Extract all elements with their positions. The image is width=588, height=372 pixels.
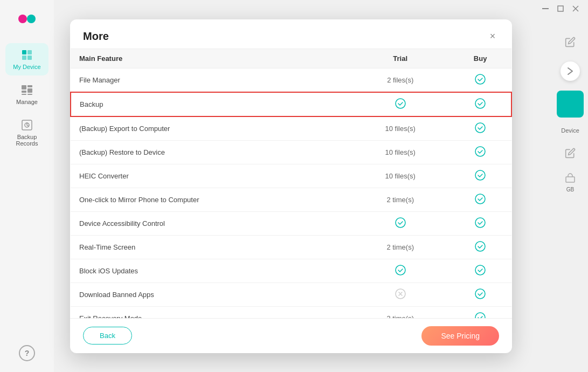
svg-rect-3 <box>27 85 32 87</box>
modal-header: More × <box>70 19 512 49</box>
svg-point-24 <box>475 242 485 251</box>
buy-check-icon <box>475 146 486 157</box>
features-table-wrapper[interactable]: Main Feature Trial Buy File Manager2 fil… <box>70 49 512 318</box>
backup-records-icon <box>20 119 33 132</box>
buy-check-icon <box>475 194 486 204</box>
buy-check-cell <box>449 140 511 164</box>
trial-check-icon <box>395 265 406 275</box>
svg-rect-5 <box>27 88 32 93</box>
buy-check-cell <box>449 211 511 235</box>
trial-value-cell <box>351 92 449 116</box>
svg-point-18 <box>475 123 485 133</box>
feature-name-cell: Block iOS Updates <box>71 259 351 283</box>
back-button[interactable]: Back <box>83 327 132 345</box>
svg-point-28 <box>475 289 485 299</box>
buy-check-cell <box>449 259 511 283</box>
see-pricing-button[interactable]: See Pricing <box>421 326 499 346</box>
trial-value-cell <box>351 259 449 283</box>
col-header-trial: Trial <box>351 49 449 68</box>
svg-point-29 <box>475 313 485 318</box>
buy-check-cell <box>449 188 511 211</box>
table-row: One-click to Mirror Phone to Computer2 t… <box>71 188 511 211</box>
buy-check-cell <box>449 116 511 141</box>
buy-check-icon <box>475 122 486 133</box>
feature-name-cell: (Backup) Export to Computer <box>71 116 351 141</box>
svg-rect-7 <box>27 94 32 95</box>
svg-point-16 <box>396 99 405 108</box>
buy-check-icon <box>475 241 486 252</box>
buy-check-cell <box>449 283 511 306</box>
modal-title: More <box>83 30 109 43</box>
feature-name-cell: Exit Recovery Mode <box>71 306 351 318</box>
svg-point-26 <box>475 265 485 275</box>
main-area: Device GB More × Mai <box>54 0 588 372</box>
table-row: Real-Time Screen2 time(s) <box>71 235 511 259</box>
buy-check-cell <box>449 92 511 116</box>
buy-check-icon <box>475 217 486 228</box>
sidebar-item-backup-records-label: Backup Records <box>8 134 46 147</box>
close-modal-button[interactable]: × <box>486 30 499 43</box>
svg-point-25 <box>396 265 405 275</box>
trial-value-cell: 2 files(s) <box>351 68 449 92</box>
sidebar-item-manage-label: Manage <box>16 99 38 105</box>
feature-name-cell: Device Accessibility Control <box>71 211 351 235</box>
svg-point-1 <box>27 15 36 23</box>
modal-dialog: More × Main Feature Trial Buy File Ma <box>70 19 512 353</box>
trial-check-icon <box>395 98 406 109</box>
trial-check-icon <box>395 217 406 228</box>
manage-icon <box>20 84 33 97</box>
trial-value-cell: 10 files(s) <box>351 140 449 164</box>
feature-name-cell: One-click to Mirror Phone to Computer <box>71 188 351 211</box>
buy-check-icon <box>475 288 486 299</box>
table-row: Device Accessibility Control <box>71 211 511 235</box>
help-button[interactable]: ? <box>19 345 35 361</box>
trial-value-cell: 10 files(s) <box>351 116 449 141</box>
table-row: (Backup) Restore to Device10 files(s) <box>71 140 511 164</box>
buy-check-icon <box>475 265 486 275</box>
table-row: Backup <box>71 92 511 116</box>
svg-point-0 <box>18 15 27 23</box>
buy-check-cell <box>449 68 511 92</box>
buy-check-icon <box>475 98 486 109</box>
trial-value-cell: 2 time(s) <box>351 235 449 259</box>
sidebar: My Device Manage Backup Records ? <box>0 0 54 372</box>
svg-point-23 <box>475 218 485 228</box>
features-table: Main Feature Trial Buy File Manager2 fil… <box>70 49 512 318</box>
svg-point-15 <box>475 74 485 84</box>
table-row: File Manager2 files(s) <box>71 68 511 92</box>
feature-name-cell: HEIC Converter <box>71 164 351 188</box>
svg-point-17 <box>475 99 485 108</box>
svg-rect-4 <box>22 91 26 93</box>
table-row: Download Banned Apps <box>71 283 511 306</box>
trial-value-cell <box>351 211 449 235</box>
col-header-buy: Buy <box>449 49 511 68</box>
modal-footer: Back See Pricing <box>70 318 512 353</box>
sidebar-nav: My Device Manage Backup Records <box>0 43 54 155</box>
sidebar-item-my-device[interactable]: My Device <box>5 43 49 75</box>
buy-check-cell <box>449 164 511 188</box>
feature-name-cell: Download Banned Apps <box>71 283 351 306</box>
buy-check-icon <box>475 312 486 318</box>
app-logo <box>13 5 40 32</box>
trial-value-cell: 3 time(s) <box>351 306 449 318</box>
svg-point-20 <box>475 170 485 180</box>
svg-point-19 <box>475 147 485 156</box>
buy-check-cell <box>449 235 511 259</box>
my-device-icon <box>20 49 33 61</box>
table-row: HEIC Converter10 files(s) <box>71 164 511 188</box>
trial-value-cell: 2 time(s) <box>351 188 449 211</box>
svg-point-22 <box>396 218 405 228</box>
feature-name-cell: (Backup) Restore to Device <box>71 140 351 164</box>
sidebar-item-manage[interactable]: Manage <box>5 78 49 111</box>
trial-value-cell: 10 files(s) <box>351 164 449 188</box>
feature-name-cell: Real-Time Screen <box>71 235 351 259</box>
col-header-feature: Main Feature <box>71 49 351 68</box>
trial-x-icon <box>395 288 406 299</box>
trial-value-cell <box>351 283 449 306</box>
table-row: Block iOS Updates <box>71 259 511 283</box>
sidebar-item-backup-records[interactable]: Backup Records <box>5 113 49 152</box>
feature-name-cell: Backup <box>71 92 351 116</box>
buy-check-icon <box>475 74 486 85</box>
modal-overlay: More × Main Feature Trial Buy File Ma <box>54 0 588 372</box>
svg-point-21 <box>475 194 485 204</box>
